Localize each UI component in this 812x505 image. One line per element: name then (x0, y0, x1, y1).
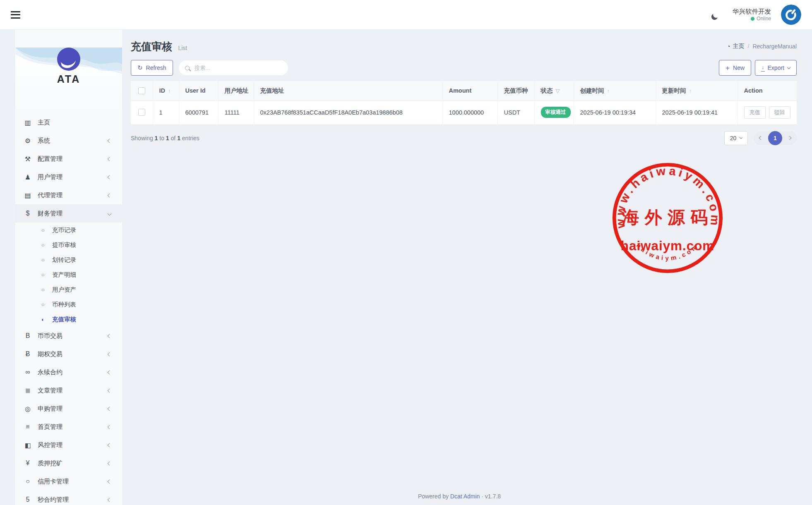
sidebar-item-label: 主页 (38, 119, 50, 127)
sidebar-item-9[interactable]: ○资产明细 (15, 267, 122, 282)
sidebar-item-3[interactable]: ♟用户管理 (15, 168, 122, 186)
sidebar-item-label: 秒合约管理 (38, 496, 69, 504)
sidebar-item-1[interactable]: ⚙系统 (15, 132, 122, 150)
sidebar-item-5[interactable]: $财务管理 (15, 204, 122, 223)
column-header: 充值地址 (254, 81, 442, 101)
next-page-button[interactable] (782, 131, 797, 145)
sidebar-item-label: 充币记录 (52, 226, 76, 234)
column-header-label: 用户地址 (225, 87, 249, 94)
user-menu[interactable]: 华兴软件开发 Online (733, 7, 771, 22)
letter-b-icon: B (23, 332, 32, 340)
footer-separator: · (481, 493, 483, 500)
select-all-checkbox[interactable] (138, 87, 145, 94)
search-box (178, 60, 288, 76)
circle-icon: ○ (39, 227, 47, 233)
dark-mode-toggle[interactable] (710, 12, 723, 18)
sidebar-item-22[interactable]: 5秒合约管理 (15, 491, 122, 505)
sidebar-item-7[interactable]: ○提币审核 (15, 237, 122, 252)
pager: 1 (754, 131, 797, 145)
sort-asc-icon[interactable]: ↑ (168, 88, 171, 94)
sidebar-item-4[interactable]: ▤代理管理 (15, 186, 122, 204)
cell-status: 审核通过 (534, 101, 574, 124)
sidebar-item-21[interactable]: ○信用卡管理 (15, 472, 122, 491)
newspaper-icon: ≣ (23, 387, 32, 395)
user-status: Online (733, 16, 771, 22)
column-header-label: Amount (449, 87, 472, 94)
sidebar-item-18[interactable]: ≡首页管理 (15, 418, 122, 436)
table-footer: Showing 1 to 1 of 1 entries 20 1 (131, 131, 797, 145)
sidebar-item-label: 配置管理 (38, 155, 62, 163)
gear-icon: ⚙ (23, 137, 32, 145)
page-header: 充值审核 List ◔ 主页 / RechargeManual (131, 40, 797, 53)
column-header-label: Action (744, 87, 763, 94)
prev-page-button[interactable] (754, 131, 768, 145)
data-table-card: ID↑User Id用户地址充值地址Amount充值币种状态▽创建时间↑更新时间… (131, 81, 797, 124)
sidebar-item-6[interactable]: ○充币记录 (15, 223, 122, 237)
sidebar-item-label: 币币交易 (38, 332, 62, 340)
sidebar-item-label: 用户资产 (52, 286, 76, 294)
sidebar-item-label: 信用卡管理 (38, 478, 69, 486)
chevron-left-icon (108, 139, 112, 143)
new-button[interactable]: + New (719, 60, 751, 76)
sidebar-item-0[interactable]: ▥主页 (15, 113, 122, 132)
sort-asc-icon[interactable]: ↑ (607, 88, 610, 94)
filter-icon[interactable]: ▽ (556, 88, 560, 94)
user-name: 华兴软件开发 (733, 7, 771, 16)
sidebar-item-13[interactable]: B币币交易 (15, 327, 122, 345)
search-input[interactable] (194, 65, 282, 72)
chevron-left-icon (108, 175, 112, 179)
export-button[interactable]: ↓ Export (755, 60, 797, 76)
sidebar-item-16[interactable]: ≣文章管理 (15, 381, 122, 400)
circle-icon: ○ (39, 242, 47, 248)
sidebar-item-10[interactable]: ○用户资产 (15, 282, 122, 297)
page-title: 充值审核 (131, 41, 172, 52)
sidebar-item-label: 首页管理 (38, 423, 62, 431)
sidebar-item-label: 划转记录 (52, 256, 76, 264)
sidebar-item-label: 代理管理 (38, 191, 62, 199)
column-header: 用户地址 (218, 81, 254, 101)
data-table: ID↑User Id用户地址充值地址Amount充值币种状态▽创建时间↑更新时间… (131, 81, 797, 124)
user-icon: ♟ (23, 173, 32, 181)
cell-checkbox (131, 101, 153, 124)
new-button-label: New (733, 65, 745, 71)
column-header: ID↑ (153, 81, 179, 101)
sidebar-item-17[interactable]: ◎申购管理 (15, 400, 122, 418)
sidebar-item-8[interactable]: ○划转记录 (15, 252, 122, 267)
reject-action-button[interactable]: 驳回 (769, 106, 790, 119)
dcat-admin-link[interactable]: Dcat Admin (450, 493, 480, 500)
sidebar-item-20[interactable]: ¥质押挖矿 (15, 454, 122, 472)
sidebar-item-label: 申购管理 (38, 405, 62, 413)
recharge-action-button[interactable]: 充值 (744, 106, 766, 119)
sidebar-item-14[interactable]: Ƀ期权交易 (15, 345, 122, 363)
watermark-center-cn: 海外源码 (621, 208, 713, 227)
column-header: 充值币种 (497, 81, 534, 101)
row-checkbox[interactable] (138, 109, 145, 116)
sidebar-item-19[interactable]: ◧风控管理 (15, 436, 122, 454)
refresh-button[interactable]: ↻ Refresh (131, 60, 173, 76)
sidebar-item-12[interactable]: ◐充值审核 (15, 312, 122, 327)
export-button-label: Export (768, 65, 784, 71)
cell-updated-at: 2025-06-19 00:19:41 (656, 101, 738, 124)
column-header: 状态▽ (534, 81, 574, 101)
column-header-label: 充值地址 (260, 87, 284, 94)
sort-asc-icon[interactable]: ↑ (689, 88, 692, 94)
avatar[interactable] (781, 5, 801, 25)
circle-icon: ○ (39, 257, 47, 263)
chevron-down-icon (108, 211, 112, 215)
breadcrumb-home-link[interactable]: ◔ 主页 (727, 43, 744, 50)
sidebar-logo-area: ATA (15, 48, 122, 113)
powered-by-label: Powered by (418, 493, 449, 500)
sidebar-item-15[interactable]: ∞永续合约 (15, 363, 122, 381)
sidebar-item-2[interactable]: ⚒配置管理 (15, 150, 122, 168)
chevron-left-icon (108, 370, 112, 374)
current-page-button[interactable]: 1 (768, 131, 782, 145)
sidebar-item-label: 永续合约 (38, 369, 62, 376)
sidebar-item-11[interactable]: ○币种列表 (15, 297, 122, 312)
chevron-left-icon (108, 407, 112, 411)
chevron-left-icon (108, 479, 112, 483)
page-size-select[interactable]: 20 (724, 131, 748, 145)
watermark-stamp: www.haiwaiym.com 海外源码 haiwaiym.com haiwa… (608, 159, 727, 277)
list-icon: ≡ (23, 423, 32, 431)
sidebar-item-label: 风控管理 (38, 441, 62, 449)
sidebar-toggle-button[interactable] (11, 11, 20, 19)
